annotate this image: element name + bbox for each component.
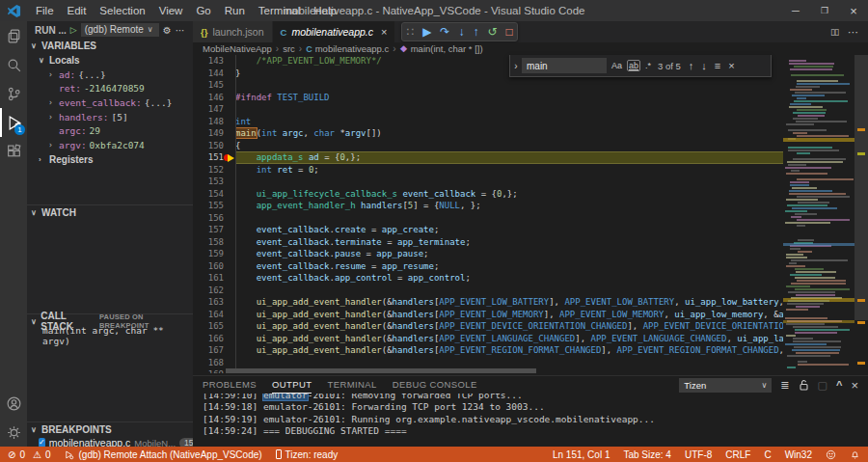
split-editor-icon[interactable]: ▯▯ [830,27,838,37]
gutter[interactable] [224,272,235,285]
breadcrumb-item[interactable]: src [283,43,295,54]
code-line-161[interactable]: 161 event_callback.app_control = app_con… [193,272,783,285]
editor-scrollbar[interactable] [854,55,868,373]
find-next-icon[interactable]: ↓ [701,60,707,71]
maximize-panel-icon[interactable]: ^ [836,378,842,393]
watch-section-header[interactable]: ∨ WATCH [27,204,193,219]
gutter[interactable] [224,127,235,140]
gutter[interactable] [224,55,235,68]
debug-config-select[interactable]: (gdb) Remote∨ [81,23,159,37]
open-log-icon[interactable]: ≣ [780,378,789,393]
code-line-145[interactable]: 145 [193,79,783,92]
find-input[interactable] [522,58,607,73]
variables-section-header[interactable]: ∨ VARIABLES [27,39,193,53]
variable-row-ret[interactable]: ret:-2146470859 [27,81,193,95]
hscrollbar-thumb[interactable] [226,368,536,373]
menu-item-terminal[interactable]: Terminal [252,0,307,21]
settings-gear-icon[interactable] [0,418,27,447]
gutter[interactable] [224,285,235,297]
code-line-151[interactable]: 151 appdata_s ad = {0,}; [193,151,783,164]
close-find-icon[interactable]: × [728,60,734,71]
code-line-167[interactable]: 167 ui_app_add_event_handler(&handlers[A… [193,344,783,357]
extensions-icon[interactable] [0,137,27,166]
gutter[interactable] [224,320,235,333]
code-line-150[interactable]: 150{ [193,140,783,152]
debug-session-status[interactable]: (gdb) Remote Attach (NativeApp_VSCode) [64,449,261,460]
tizen-status[interactable]: Tizen: ready [276,449,339,460]
start-debug-icon[interactable]: ▷ [70,25,77,35]
code-line-148[interactable]: 148int [193,116,783,128]
code-line-166[interactable]: 166 ui_app_add_event_handler(&handlers[A… [193,333,783,345]
gutter[interactable] [224,79,235,92]
breakpoint-checkbox[interactable]: ✓ [39,438,45,447]
variable-row-ad[interactable]: ›ad:{...} [27,68,193,82]
step-into-button[interactable]: ↓ [458,23,464,41]
continue-button[interactable]: ▶ [422,23,431,41]
clear-output-icon[interactable]: ▢ [818,378,827,393]
tab-mobilenativeapp.c[interactable]: Cmobilenativeapp.c× [273,21,396,42]
run-more-icon[interactable]: ⋯ [176,25,185,36]
variables-scope-locals[interactable]: ∨Locals [27,53,193,68]
gutter[interactable] [224,103,235,116]
variables-scope-registers[interactable]: ›Registers [27,152,193,167]
accounts-icon[interactable] [0,389,27,418]
gutter[interactable] [224,212,235,225]
step-out-button[interactable]: ↑ [473,23,478,41]
search-icon[interactable] [0,50,27,79]
whole-word-icon[interactable]: ab [627,60,640,71]
code-line-154[interactable]: 154 ui_app_lifecycle_callback_s event_ca… [193,188,783,201]
variable-row-event_callback[interactable]: ›event_callback:{...} [27,95,193,110]
code-line-153[interactable]: 153 [193,176,783,188]
scrollbar-thumb[interactable] [854,55,868,320]
breadcrumb-item[interactable]: Cmobilenativeapp.c [306,43,389,54]
panel-tab-problems[interactable]: PROBLEMS [203,376,257,394]
close-window-icon[interactable]: × [839,0,868,21]
code-line-159[interactable]: 159 event_callback.pause = app_pause; [193,248,783,260]
code-line-162[interactable]: 162 [193,285,783,297]
find-in-selection-icon[interactable]: ≡ [715,60,720,71]
code-line-160[interactable]: 160 event_callback.resume = app_resume; [193,260,783,273]
editor-more-icon[interactable]: ⋯ [848,26,858,39]
menu-item-view[interactable]: View [152,0,190,21]
gutter[interactable] [224,309,235,321]
code-line-158[interactable]: 158 event_callback.terminate = app_termi… [193,236,783,249]
toggle-replace-icon[interactable]: › [510,61,522,71]
gutter[interactable] [224,260,235,273]
code-line-163[interactable]: 163 ui_app_add_event_handler(&handlers[A… [193,296,783,309]
gutter[interactable] [224,151,235,164]
status-item-c[interactable]: C [764,449,771,460]
breakpoint-list-item[interactable]: ✓ mobilenativeapp.c MobileN... 151 [27,436,193,447]
restore-icon[interactable]: ❐ [810,0,839,21]
variable-row-handlers[interactable]: ›handlers:[5] [27,110,193,124]
restart-button[interactable]: ↺ [487,23,497,41]
gutter[interactable] [224,296,235,309]
panel-tab-terminal[interactable]: TERMINAL [327,376,376,394]
tab-launch.json[interactable]: {}launch.json [193,21,273,42]
code-line-149[interactable]: 149main(int argc, char *argv[]) [193,127,783,140]
gutter[interactable] [224,248,235,260]
status-item-win32[interactable]: Win32 [785,449,812,460]
close-tab-icon[interactable]: × [381,26,387,38]
minimize-icon[interactable]: ─ [781,0,810,21]
output-channel-select[interactable]: Tizen∨ [679,378,772,393]
breadcrumb-item[interactable]: MobileNativeApp [203,43,272,54]
gutter[interactable] [224,176,235,188]
code-line-155[interactable]: 155 app_event_handler_h handlers[5] = {N… [193,200,783,212]
gutter[interactable] [224,188,235,201]
code-line-152[interactable]: 152 int ret = 0; [193,164,783,177]
gutter[interactable] [224,236,235,249]
status-item-crlf[interactable]: CRLF [725,449,750,460]
debug-gear-icon[interactable]: ⚙ [163,25,172,36]
status-item-ln-151-col-1[interactable]: Ln 151, Col 1 [553,449,610,460]
feedback-icon[interactable] [826,449,836,460]
menu-item-help[interactable]: Help [307,0,343,21]
code-line-147[interactable]: 147 [193,103,783,116]
stop-button[interactable]: □ [505,23,512,41]
output-log[interactable]: [14:59:10] emulator-26101: Removing forw… [193,394,868,448]
gutter[interactable] [224,68,235,80]
status-item-tab-size-4[interactable]: Tab Size: 4 [623,449,670,460]
explorer-icon[interactable] [0,21,27,50]
code-line-146[interactable]: 146#ifndef TEST_BUILD [193,92,783,104]
gutter[interactable] [224,116,235,128]
gutter[interactable] [224,224,235,236]
